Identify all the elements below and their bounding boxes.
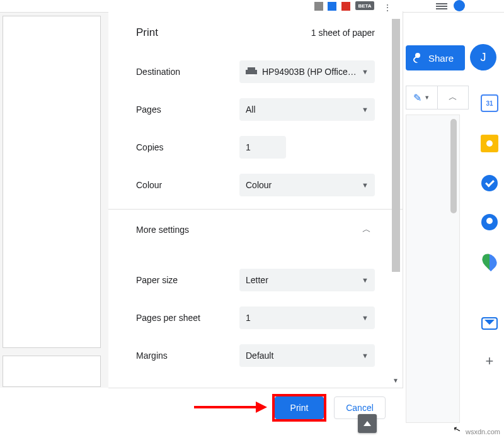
margins-label: Margins [136,351,239,361]
pages-per-sheet-label: Pages per sheet [136,313,239,323]
colour-dropdown[interactable]: Colour ▼ [239,174,375,196]
chevron-down-icon: ▼ [362,68,369,76]
colour-label: Colour [136,180,239,190]
pages-value: All [246,104,256,115]
pages-row: Pages All ▼ [136,91,375,128]
destination-label: Destination [136,67,239,77]
paper-size-value: Letter [246,275,268,285]
collapse-button[interactable]: ︿ [438,86,469,109]
destination-row: Destination HP94903B (HP Office… ▼ [136,53,375,91]
copies-label: Copies [136,142,239,152]
tasks-icon[interactable] [481,175,498,191]
profile-avatar-icon[interactable] [454,0,465,11]
destination-dropdown[interactable]: HP94903B (HP Office… ▼ [239,60,375,83]
printer-icon [246,67,257,76]
margins-row: Margins Default ▼ [136,337,375,374]
paper-size-dropdown[interactable]: Letter ▼ [239,269,375,291]
editing-mode-toolbar: ✎ ▼ ︿ [406,86,469,110]
share-icon [413,53,423,63]
share-label: Share [428,53,454,64]
extension-icon[interactable] [341,2,350,11]
contacts-icon[interactable] [481,214,498,230]
pencil-icon: ✎ [413,92,421,104]
sheet-count: 1 sheet of paper [311,28,375,38]
hamburger-icon[interactable] [436,2,447,9]
more-settings-label: More settings [136,225,189,235]
keep-icon[interactable] [481,135,498,152]
highlight-box: Print [272,394,326,422]
scrollbar-thumb[interactable] [392,19,400,272]
extension-icon[interactable] [328,2,336,11]
chevron-down-icon: ▼ [424,94,430,101]
margins-dropdown[interactable]: Default ▼ [239,344,375,367]
paper-size-row: Paper size Letter ▼ [136,261,375,299]
chevron-down-icon: ▼ [362,352,369,359]
dialog-title: Print [136,26,158,39]
chevron-down-icon: ▼ [362,276,369,284]
more-settings-toggle[interactable]: More settings ︿ [136,210,375,250]
colour-row: Colour Colour ▼ [136,166,375,204]
share-button[interactable]: Share [406,45,465,70]
extension-icon[interactable] [314,2,323,11]
editing-mode-button[interactable]: ✎ ▼ [406,86,438,109]
chevron-down-icon: ▼ [362,106,369,113]
explore-button[interactable] [358,414,377,433]
preview-page [3,356,101,387]
pages-label: Pages [136,104,239,115]
pages-per-sheet-value: 1 [246,313,251,323]
pages-dropdown[interactable]: All ▼ [239,98,375,121]
print-preview-pane [0,13,108,388]
maps-icon[interactable] [479,251,500,272]
pages-per-sheet-dropdown[interactable]: 1 ▼ [239,306,375,329]
dialog-scrollbar[interactable]: ▼ [392,19,400,383]
copies-input[interactable] [239,136,286,159]
colour-value: Colour [246,180,272,190]
copies-row: Copies [136,128,375,166]
mail-icon[interactable] [481,317,498,330]
preview-page [3,16,101,348]
browser-toolbar: BETA ⋮ [0,0,504,13]
pages-per-sheet-row: Pages per sheet 1 ▼ [136,299,375,337]
destination-value: HP94903B (HP Office… [262,67,357,77]
calendar-icon[interactable]: 31 [481,94,498,112]
margins-value: Default [246,351,273,361]
print-dialog: Print 1 sheet of paper Destination HP949… [108,11,403,388]
scroll-down-icon[interactable]: ▼ [392,377,399,384]
print-button[interactable]: Print [275,396,324,419]
cursor-icon: ↖ [452,424,462,435]
account-avatar[interactable]: J [470,44,496,70]
beta-badge: BETA [355,1,374,10]
chevron-down-icon: ▼ [362,181,369,189]
document-canvas [406,115,460,423]
chevron-down-icon: ▼ [362,314,369,322]
chevron-up-icon: ︿ [358,222,375,238]
scrollbar-thumb[interactable] [450,119,457,213]
add-addon-icon[interactable]: + [481,352,498,370]
chevron-up-icon: ︿ [449,92,457,103]
side-panel: 31 + [475,94,504,434]
paper-size-label: Paper size [136,275,239,285]
watermark: wsxdn.com [466,428,500,435]
